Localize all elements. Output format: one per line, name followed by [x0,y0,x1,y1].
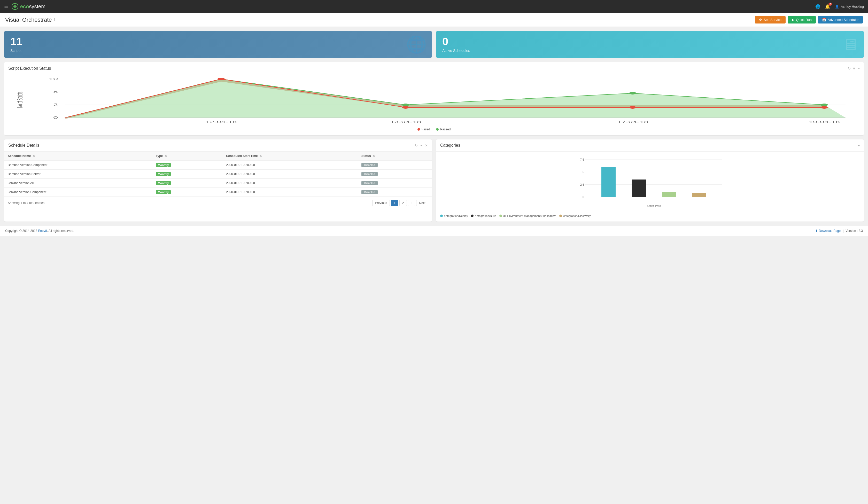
svg-text:0: 0 [582,196,584,199]
schedule-table-head: Schedule Name ⇅ Type ⇅ Scheduled Start T… [4,151,432,160]
passed-point-2 [402,104,409,106]
download-page-label: Download Page [819,229,840,233]
col-type-label: Type [156,154,163,158]
type-badge: Monthly [156,163,171,167]
bar-0 [601,167,616,197]
page-title-text: Visual Orchestrate [5,17,52,23]
page-title-container: Visual Orchestrate ℹ [5,17,55,23]
user-menu[interactable]: 👤 Ashley Hosking [835,5,864,9]
status-badge: Disabled [361,172,378,176]
chart-legend: Failed Passed [8,127,860,131]
execution-chart-section: Script Execution Status ↻ ≡ − 10 5 2 0 N… [4,62,864,135]
sort-start-time-icon[interactable]: ⇅ [260,155,262,158]
cat-legend-label: /Integration/Build [475,214,496,218]
cell-name: Bamboo Version Component [4,160,152,170]
previous-button[interactable]: Previous [372,200,390,206]
footer-rights-text: . All rights reserved. [47,229,74,233]
cell-start-time: 2020-01-01 00:00:00 [223,170,358,179]
notification-bell[interactable]: 🔔 7 [825,4,830,9]
globe-icon[interactable]: 🌐 [815,4,820,9]
sort-schedule-name-icon[interactable]: ⇅ [33,155,35,158]
cell-type: Monthly [152,160,223,170]
svg-text:No of Scripts: No of Scripts [15,92,24,108]
col-schedule-name-label: Schedule Name [8,154,31,158]
cell-status: Disabled [358,188,432,197]
svg-text:0: 0 [53,116,58,119]
cat-legend-item: /Integration/Build [471,214,496,218]
table-row: Bamboo Version Server Monthly 2020-01-01… [4,170,432,179]
type-badge: Monthly [156,181,171,185]
cell-start-time: 2020-01-01 00:00:00 [223,188,358,197]
page-3-button[interactable]: 3 [408,200,415,206]
legend-failed: Failed [417,127,430,131]
chart-refresh-icon[interactable]: ↻ [848,66,851,71]
scripts-count: 11 [10,36,426,47]
status-badge: Disabled [361,190,378,194]
schedules-bg-icon: 🖥 [842,35,859,54]
navbar: ☰ ecosystem 🌐 🔔 7 👤 Ashley Hosking [0,0,868,13]
col-status-label: Status [361,154,371,158]
sort-status-icon[interactable]: ⇅ [373,155,375,158]
user-icon: 👤 [835,5,839,9]
chart-minimize-icon[interactable]: − [857,66,860,71]
stat-cards: 11 Scripts 🌐 0 Active Schedules 🖥 [0,27,868,62]
schedule-card-header: Schedule Details ↻ − ✕ [4,139,432,151]
footer: Copyright © 2014-2018 Enov8. All rights … [0,226,868,236]
pagination-area: Showing 1 to 4 of 9 entries Previous123N… [4,197,432,209]
next-button[interactable]: Next [416,200,428,206]
download-page-link[interactable]: ⬇ Download Page [815,229,840,233]
hamburger-menu[interactable]: ☰ [4,3,8,9]
quick-run-button[interactable]: ▶ Quick Run [788,16,816,23]
cat-legend-dot [559,214,562,217]
schedule-minimize-icon[interactable]: − [420,144,422,147]
execution-chart-area: 10 5 2 0 No of Scripts 1 [8,74,860,125]
advanced-scheduler-button[interactable]: 📅 Advanced Scheduler [818,16,863,23]
failed-dot [417,128,420,131]
cell-type: Monthly [152,179,223,188]
scripts-stat-card: 11 Scripts 🌐 [4,31,432,58]
passed-dot [436,128,439,131]
sort-type-icon[interactable]: ⇅ [165,155,167,158]
page-2-button[interactable]: 2 [400,200,407,206]
page-1-button[interactable]: 1 [391,200,398,206]
col-start-time[interactable]: Scheduled Start Time ⇅ [223,151,358,160]
failed-point-3 [629,106,636,109]
schedule-table: Schedule Name ⇅ Type ⇅ Scheduled Start T… [4,151,432,197]
cell-name: Jenkins Version Component [4,188,152,197]
schedule-refresh-icon[interactable]: ↻ [415,144,418,147]
svg-text:13-04-18: 13-04-18 [390,120,421,124]
brand-eco: eco [20,3,29,9]
col-status[interactable]: Status ⇅ [358,151,432,160]
cell-status: Disabled [358,179,432,188]
self-service-button[interactable]: ⚙ Self Service [755,16,786,23]
page-header: Visual Orchestrate ℹ ⚙ Self Service ▶ Qu… [0,13,868,27]
categories-card-title: Categories [440,143,460,148]
bar-chart-area: 7.552.50Script Type [436,151,864,212]
col-type[interactable]: Type ⇅ [152,151,223,160]
self-service-icon: ⚙ [759,18,762,22]
bottom-section: Schedule Details ↻ − ✕ Schedule Name ⇅ T… [0,139,868,226]
brand-system: system [29,3,45,9]
table-row: Bamboo Version Component Monthly 2020-01… [4,160,432,170]
svg-text:5: 5 [53,90,58,94]
footer-brand-link[interactable]: Enov8 [38,229,47,233]
failed-point-1 [218,78,225,80]
schedule-card-title: Schedule Details [8,143,39,148]
chart-menu-icon[interactable]: ≡ [853,66,855,71]
categories-chart-svg: 7.552.50Script Type [440,156,860,207]
cell-type: Monthly [152,170,223,179]
cell-name: Jenkins Version All [4,179,152,188]
categories-menu-icon[interactable]: ≡ [858,144,860,147]
cell-start-time: 2020-01-01 00:00:00 [223,179,358,188]
advanced-scheduler-label: Advanced Scheduler [828,18,859,22]
download-icon: ⬇ [815,229,819,233]
footer-separator: | [843,229,844,233]
status-badge: Disabled [361,163,378,167]
cell-status: Disabled [358,160,432,170]
help-icon[interactable]: ℹ [54,17,55,22]
schedule-close-icon[interactable]: ✕ [425,144,428,147]
svg-text:5: 5 [582,170,584,174]
col-start-time-label: Scheduled Start Time [226,154,258,158]
chart-header: Script Execution Status ↻ ≡ − [8,66,860,71]
col-schedule-name[interactable]: Schedule Name ⇅ [4,151,152,160]
